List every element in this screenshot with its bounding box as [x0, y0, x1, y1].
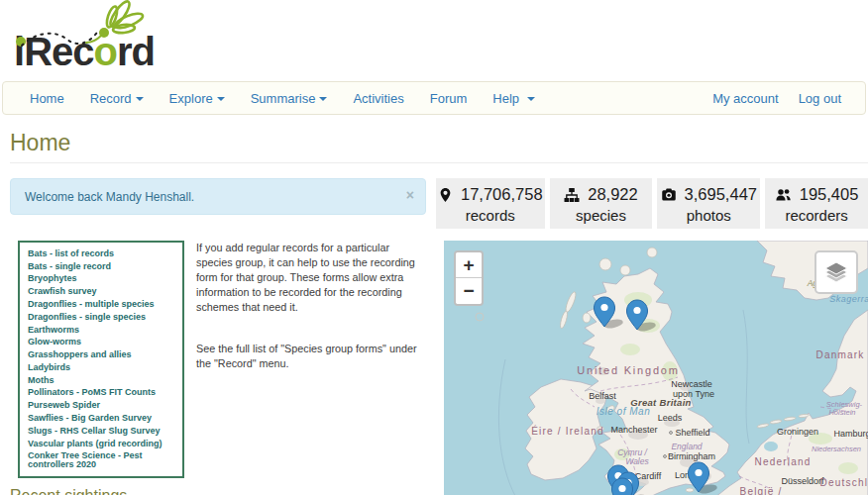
- map-label: Groningen: [777, 427, 818, 437]
- nav-item-help[interactable]: Help: [480, 91, 547, 106]
- map-label: Düsseldorf: [781, 476, 824, 486]
- map-label: België /: [740, 486, 783, 495]
- nav-item-forum[interactable]: Forum: [417, 91, 481, 106]
- species-form-link[interactable]: Pollinators - PoMS FIT Counts: [28, 387, 174, 400]
- map-label: Isle of Man: [597, 406, 650, 417]
- species-form-link[interactable]: Conker Tree Science - Pest controllers 2…: [28, 450, 174, 472]
- map-label: Niedersachsen: [812, 445, 861, 453]
- map-marker-icon: [438, 187, 453, 203]
- caret-down-icon: [319, 97, 327, 101]
- nav-right: My account Log out: [703, 91, 851, 106]
- map-zoom-control: + −: [454, 250, 484, 306]
- map-label: United Kingdom: [577, 364, 679, 376]
- species-form-link[interactable]: Slugs - RHS Cellar Slug Survey: [28, 425, 174, 438]
- zoom-out-button[interactable]: −: [456, 278, 482, 304]
- map-label: Manchester: [610, 425, 657, 435]
- species-form-link[interactable]: Dragonflies - single species: [28, 311, 174, 324]
- stat-value: 28,922: [588, 185, 637, 204]
- stat-records: 17,706,758 records: [436, 178, 545, 229]
- page-content: Home Welcome back Mandy Henshall. × 17,7…: [0, 130, 868, 495]
- species-form-link[interactable]: Sawflies - Big Garden Survey: [28, 412, 174, 425]
- main-navbar: Home Record Explore Summarise Activities…: [2, 81, 866, 115]
- map-label: Holstein: [828, 408, 855, 417]
- species-form-link[interactable]: Ladybirds: [28, 361, 174, 374]
- nav-item-home[interactable]: Home: [17, 91, 77, 106]
- map-label: Leeds: [658, 413, 683, 423]
- species-form-link[interactable]: Earthworms: [28, 324, 174, 337]
- zoom-in-button[interactable]: +: [456, 252, 482, 278]
- map-label: Newcastle: [671, 379, 712, 389]
- logo-green-dot: [16, 37, 26, 47]
- stat-value: 195,405: [800, 185, 859, 204]
- species-form-link[interactable]: Bats - single record: [28, 260, 174, 273]
- caret-down-icon: [217, 97, 225, 101]
- map-label: Hamburg: [833, 429, 868, 439]
- nav-item-my-account[interactable]: My account: [703, 91, 788, 106]
- map-label: Éire / Ireland: [531, 425, 604, 437]
- map-label: Wales: [625, 456, 649, 466]
- map-canvas: United KingdomNewcastleupon TyneBelfastG…: [444, 241, 868, 495]
- sitemap-icon: [564, 187, 580, 203]
- leaflet-map[interactable]: United KingdomNewcastleupon TyneBelfastG…: [444, 241, 868, 495]
- species-form-link[interactable]: Bryophytes: [28, 273, 174, 286]
- stat-label: species: [552, 207, 651, 224]
- nav-item-summarise[interactable]: Summarise: [238, 91, 341, 106]
- species-form-link[interactable]: Glow-worms: [28, 336, 174, 348]
- recent-sightings-title: Recent sightings: [10, 487, 406, 495]
- map-label: Belfast: [589, 391, 616, 401]
- map-label: Sheffield: [676, 428, 710, 438]
- welcome-alert-text: Welcome back Mandy Henshall.: [25, 190, 194, 204]
- stats-row: 17,706,758 records 28,922 species: [436, 178, 868, 229]
- caret-down-icon: [136, 97, 144, 101]
- caret-down-icon: [527, 97, 535, 101]
- species-form-link[interactable]: Vascular plants (grid recording): [28, 438, 174, 450]
- species-form-link[interactable]: Crawfish survey: [28, 285, 174, 298]
- stat-label: photos: [659, 207, 758, 224]
- nav-item-activities[interactable]: Activities: [340, 91, 416, 106]
- nav-item-log-out[interactable]: Log out: [789, 91, 851, 106]
- main-row: Bats - list of recordsBats - single reco…: [10, 241, 868, 495]
- map-label: Deutschland: [820, 477, 868, 488]
- map-label: Danmark: [816, 349, 865, 360]
- page-title: Home: [10, 130, 868, 163]
- intro-paragraph-1: If you add regular records for a particu…: [196, 241, 428, 315]
- stat-label: recorders: [767, 207, 866, 224]
- stat-value: 3,695,447: [685, 185, 757, 204]
- map-label: Nederland: [755, 456, 812, 467]
- irecord-logo[interactable]: iRecord: [8, 0, 166, 77]
- close-icon[interactable]: ×: [406, 188, 414, 202]
- welcome-alert: Welcome back Mandy Henshall. ×: [10, 178, 426, 215]
- map-label: Birmingham: [668, 451, 715, 461]
- status-row: Welcome back Mandy Henshall. × 17,706,75…: [10, 178, 868, 229]
- map-layers-control[interactable]: [814, 250, 858, 294]
- users-icon: [775, 187, 792, 202]
- species-form-link[interactable]: Moths: [28, 374, 174, 387]
- nav-item-record[interactable]: Record: [77, 91, 157, 106]
- left-column: Bats - list of recordsBats - single reco…: [10, 241, 434, 495]
- map-label: England: [671, 442, 702, 451]
- map-label: Cardiff: [635, 471, 662, 481]
- species-group-forms-box: Bats - list of recordsBats - single reco…: [18, 241, 184, 478]
- stat-recorders: 195,405 recorders: [765, 178, 868, 229]
- map-label: Skagerrak: [829, 294, 868, 304]
- intro-text: If you add regular records for a particu…: [196, 241, 428, 478]
- camera-icon: [661, 187, 677, 202]
- species-form-link[interactable]: Purseweb Spider: [28, 399, 174, 412]
- species-form-link[interactable]: Bats - list of records: [28, 248, 174, 260]
- logo-wordmark: iRecord: [14, 32, 155, 71]
- species-form-link[interactable]: Dragonflies - multiple species: [28, 298, 174, 311]
- site-header: iRecord: [0, 0, 868, 79]
- intro-paragraph-2: See the full list of "Species group form…: [196, 342, 428, 371]
- stat-photos: 3,695,447 photos: [657, 178, 760, 229]
- layers-icon: [823, 259, 849, 285]
- species-form-link[interactable]: Grasshoppers and allies: [28, 348, 174, 361]
- stat-label: records: [438, 207, 543, 224]
- stat-value: 17,706,758: [461, 185, 543, 204]
- nav-item-explore[interactable]: Explore: [157, 91, 238, 106]
- nav-left: Home Record Explore Summarise Activities…: [17, 91, 548, 106]
- stat-species: 28,922 species: [550, 178, 653, 229]
